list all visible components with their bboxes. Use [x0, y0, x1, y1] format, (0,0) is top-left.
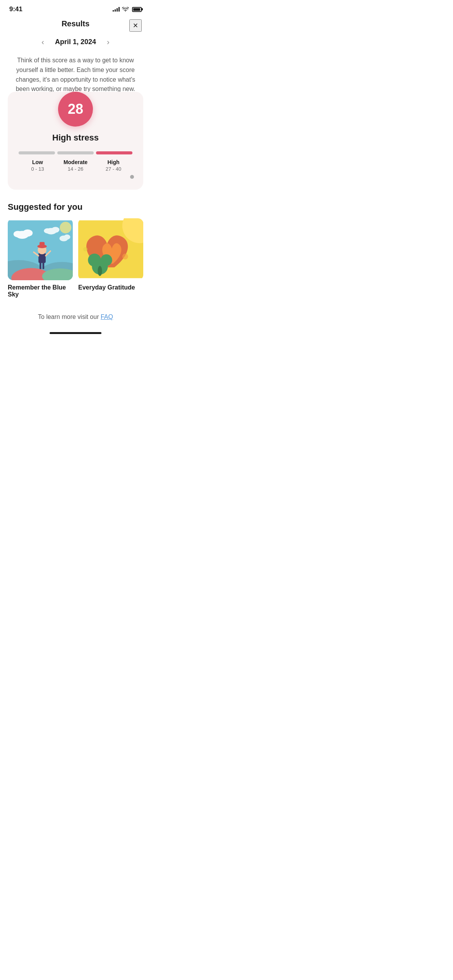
- score-card: 28 High stress Low 0 - 13 Moderate 14 - …: [8, 92, 143, 190]
- stress-bar-moderate: [57, 151, 94, 154]
- page-title: Results: [62, 19, 89, 28]
- close-button[interactable]: ×: [129, 19, 142, 32]
- suggestion-name-gratitude: Everyday Gratitude: [78, 284, 143, 291]
- suggestion-card-gratitude[interactable]: Everyday Gratitude: [78, 218, 143, 298]
- svg-rect-13: [39, 262, 41, 269]
- svg-point-10: [44, 228, 51, 233]
- faq-footer: To learn more visit our FAQ: [0, 304, 151, 328]
- stress-labels: Low 0 - 13 Moderate 14 - 26 High 27 - 40: [17, 159, 134, 172]
- date-label: April 1, 2024: [55, 38, 96, 46]
- svg-rect-20: [39, 242, 45, 247]
- carousel-dots: [17, 172, 134, 179]
- home-indicator: [0, 328, 151, 337]
- svg-point-28: [122, 254, 128, 259]
- carousel-dot: [130, 175, 134, 179]
- svg-point-7: [14, 231, 22, 238]
- score-label: High stress: [17, 133, 134, 143]
- faq-link[interactable]: FAQ: [101, 314, 113, 320]
- stress-level-moderate: Moderate 14 - 26: [57, 159, 94, 172]
- svg-point-21: [60, 222, 71, 233]
- home-bar: [50, 332, 101, 334]
- svg-point-26: [101, 254, 112, 266]
- status-icons: [113, 7, 142, 12]
- status-time: 9:41: [9, 5, 22, 13]
- date-navigation: ‹ April 1, 2024 ›: [0, 34, 151, 56]
- page-header: Results ×: [0, 15, 151, 34]
- svg-rect-14: [43, 262, 45, 269]
- stress-level-high: High 27 - 40: [94, 159, 132, 172]
- stress-bar-high: [96, 151, 132, 154]
- stress-bars: [17, 151, 134, 154]
- score-number: 28: [68, 101, 83, 117]
- svg-point-12: [64, 235, 70, 240]
- suggested-title: Suggested for you: [8, 202, 143, 212]
- suggestion-name-blue-sky: Remember the Blue Sky: [8, 284, 73, 298]
- suggestions-grid: Remember the Blue Sky: [8, 218, 143, 298]
- svg-point-9: [51, 227, 60, 233]
- stress-level-low: Low 0 - 13: [19, 159, 57, 172]
- svg-point-27: [98, 266, 102, 276]
- suggestion-image-gratitude: [78, 218, 143, 280]
- score-circle: 28: [58, 92, 93, 127]
- next-date-button[interactable]: ›: [104, 36, 113, 48]
- svg-rect-15: [38, 253, 46, 263]
- faq-text: To learn more visit our: [38, 314, 101, 320]
- status-bar: 9:41: [0, 0, 151, 15]
- suggestion-image-blue-sky: [8, 218, 73, 280]
- battery-icon: [132, 7, 142, 12]
- stress-bar-low: [19, 151, 55, 154]
- svg-point-6: [22, 230, 33, 237]
- svg-point-25: [88, 254, 101, 267]
- prev-date-button[interactable]: ‹: [38, 36, 47, 48]
- svg-point-29: [83, 247, 88, 252]
- signal-icon: [113, 7, 120, 12]
- wifi-icon: [122, 7, 129, 12]
- suggestion-card-blue-sky[interactable]: Remember the Blue Sky: [8, 218, 73, 298]
- score-circle-wrapper: 28: [17, 92, 134, 127]
- suggested-section: Suggested for you: [0, 194, 151, 304]
